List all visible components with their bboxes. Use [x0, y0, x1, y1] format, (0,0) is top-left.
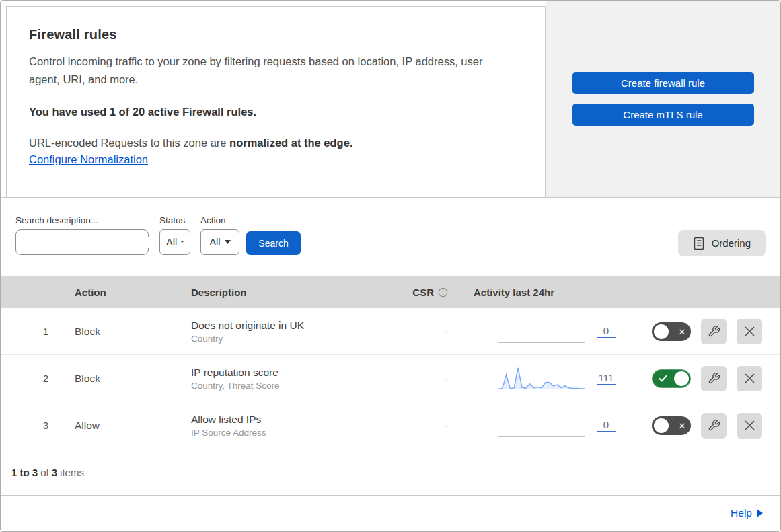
- wrench-icon: [708, 325, 720, 338]
- csr-column-header: CSR: [406, 287, 464, 298]
- pagination-summary: 1 to 3 of 3 items: [1, 449, 780, 496]
- toggle-state-icon: ✕: [673, 420, 691, 430]
- chevron-down-icon: [181, 240, 184, 244]
- close-icon: [744, 373, 755, 384]
- activity-sparkline: [498, 319, 585, 344]
- rule-enabled-toggle[interactable]: [652, 369, 691, 388]
- help-link[interactable]: Help: [731, 507, 763, 519]
- action-field-group: Action All: [200, 215, 239, 255]
- action-label: Action: [200, 215, 239, 225]
- header-left: Firewall rules Control incoming traffic …: [1, 1, 546, 197]
- delete-rule-button[interactable]: [737, 319, 762, 344]
- rule-csr-value: -: [406, 326, 464, 337]
- filter-bar: Search description... Status All Action …: [1, 198, 780, 276]
- normalization-prefix: URL-encoded Requests to this zone are: [29, 137, 229, 149]
- edit-rule-button[interactable]: [701, 319, 727, 344]
- rule-criteria: IP Source Address: [191, 428, 406, 438]
- delete-rule-button[interactable]: [737, 366, 762, 391]
- rule-description: IP reputation score: [191, 367, 406, 379]
- activity-column-header: Activity last 24hr: [464, 287, 640, 298]
- toggle-state-icon: [655, 375, 671, 382]
- toggle-knob: [674, 371, 689, 386]
- ordering-list-icon: [693, 237, 705, 250]
- rule-controls: ✕: [640, 319, 780, 344]
- rule-description-cell: Does not originate in UK Country: [191, 319, 406, 344]
- usage-summary: You have used 1 of 20 active Firewall ru…: [29, 106, 518, 118]
- status-select[interactable]: All: [159, 229, 190, 255]
- header-actions-panel: Create firewall rule Create mTLS rule: [546, 1, 780, 197]
- edit-rule-button[interactable]: [701, 366, 727, 391]
- rule-priority: 2: [1, 373, 61, 384]
- rule-criteria: Country: [191, 334, 406, 344]
- toggle-state-icon: ✕: [673, 326, 691, 336]
- wrench-icon: [708, 372, 720, 385]
- header-section: Firewall rules Control incoming traffic …: [1, 1, 780, 198]
- description-column-header: Description: [191, 287, 406, 298]
- activity-count-link[interactable]: 0: [597, 419, 616, 432]
- caret-right-icon: [757, 509, 763, 517]
- toggle-knob: [654, 418, 669, 433]
- close-icon: [744, 326, 755, 337]
- search-label: Search description...: [15, 215, 149, 225]
- rule-csr-value: -: [406, 420, 464, 431]
- chevron-down-icon: [225, 240, 231, 244]
- search-input[interactable]: [28, 237, 150, 248]
- table-header: Action Description CSR Activity last 24h…: [1, 276, 780, 308]
- activity-sparkline: [498, 367, 585, 391]
- edit-rule-button[interactable]: [701, 413, 727, 439]
- range-text: 1 to 3: [11, 467, 38, 478]
- table-row: 2 Block IP reputation score Country, Thr…: [1, 355, 780, 402]
- table-row: 1 Block Does not originate in UK Country…: [1, 308, 780, 355]
- status-field-group: Status All: [159, 215, 190, 255]
- items-text: items: [60, 467, 84, 478]
- configure-normalization-link[interactable]: Configure Normalization: [29, 153, 148, 166]
- rule-description: Does not originate in UK: [191, 319, 406, 332]
- firewall-rules-card: Firewall rules Control incoming traffic …: [6, 6, 546, 197]
- search-field-group: Search description...: [15, 215, 149, 255]
- rule-priority: 1: [1, 326, 61, 337]
- of-text: of: [40, 467, 49, 478]
- rule-activity-cell: 0: [464, 319, 640, 344]
- delete-rule-button[interactable]: [737, 413, 762, 439]
- rule-action: Block: [61, 373, 191, 385]
- close-icon: [744, 420, 755, 431]
- action-column-header: Action: [61, 287, 191, 298]
- search-box[interactable]: [15, 229, 149, 255]
- total-text: 3: [52, 467, 57, 478]
- page-title: Firewall rules: [29, 27, 518, 42]
- rule-enabled-toggle[interactable]: ✕: [652, 322, 691, 341]
- search-button[interactable]: Search: [246, 231, 301, 255]
- status-label: Status: [159, 215, 190, 225]
- normalization-note: URL-encoded Requests to this zone are no…: [29, 137, 518, 149]
- activity-count-link[interactable]: 111: [597, 372, 616, 385]
- help-bar: Help: [1, 496, 780, 530]
- rule-description-cell: IP reputation score Country, Threat Scor…: [191, 367, 406, 391]
- status-select-value: All: [166, 237, 177, 248]
- rule-action: Allow: [61, 420, 191, 432]
- page-description: Control incoming traffic to your zone by…: [29, 52, 507, 88]
- firewall-rules-page: Firewall rules Control incoming traffic …: [0, 0, 781, 532]
- ordering-button[interactable]: Ordering: [678, 230, 766, 256]
- action-select[interactable]: All: [200, 229, 239, 255]
- activity-sparkline: [498, 414, 585, 438]
- rule-action: Block: [61, 326, 191, 338]
- normalization-bold: normalized at the edge.: [229, 137, 352, 149]
- help-link-label: Help: [731, 507, 752, 519]
- activity-count-link[interactable]: 0: [597, 325, 616, 338]
- create-firewall-rule-button[interactable]: Create firewall rule: [572, 72, 754, 94]
- create-mtls-rule-button[interactable]: Create mTLS rule: [572, 104, 754, 126]
- rule-description: Allow listed IPs: [191, 414, 406, 426]
- rule-priority: 3: [1, 420, 61, 431]
- rule-csr-value: -: [406, 373, 464, 384]
- toggle-knob: [654, 324, 669, 339]
- rule-activity-cell: 111: [464, 367, 640, 391]
- rule-criteria: Country, Threat Score: [191, 381, 406, 391]
- table-row: 3 Allow Allow listed IPs IP Source Addre…: [1, 402, 780, 449]
- wrench-icon: [708, 419, 720, 432]
- info-icon[interactable]: [438, 287, 448, 297]
- rule-controls: [640, 366, 780, 391]
- rule-activity-cell: 0: [464, 414, 640, 438]
- rule-enabled-toggle[interactable]: ✕: [652, 416, 691, 435]
- rule-controls: ✕: [640, 413, 780, 439]
- csr-column-label: CSR: [412, 287, 434, 298]
